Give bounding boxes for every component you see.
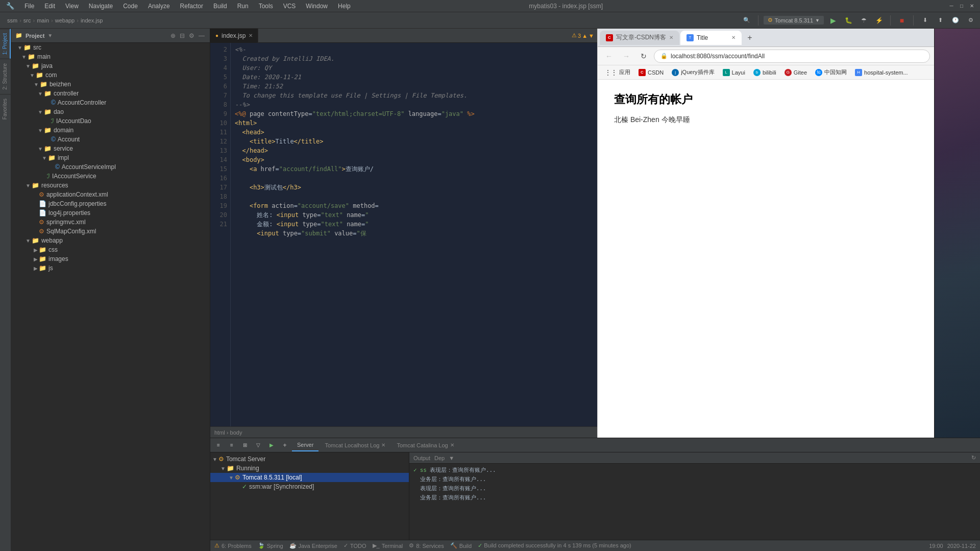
vert-tab-favorites[interactable]: Favorites <box>0 94 11 124</box>
tree-item-jdbc[interactable]: ▶ 📄 jdbcConfig.properties <box>11 199 210 208</box>
services-collapse[interactable]: ≡ <box>226 439 238 451</box>
browser-tab1-close[interactable]: ✕ <box>669 35 673 40</box>
services-tree-tomcat-server[interactable]: ▼ ⚙ Tomcat Server <box>210 454 409 464</box>
address-bar[interactable]: 🔒 localhost:8080/ssm/account/findAll <box>654 50 930 63</box>
minimize-button[interactable]: ─ <box>947 2 955 10</box>
editor-content[interactable]: 23456789101112131415161718192021 <%- Cre… <box>210 43 597 426</box>
settings-btn[interactable]: ⚙ <box>965 14 977 27</box>
services-group[interactable]: ⊞ <box>239 439 251 451</box>
menu-edit[interactable]: Edit <box>42 2 57 11</box>
tree-item-js[interactable]: ▶ 📁 js <box>11 263 210 273</box>
breadcrumb-file[interactable]: index.jsp <box>81 17 103 23</box>
services-tree-running[interactable]: ▼ 📁 Running <box>210 464 409 473</box>
services-add[interactable]: + <box>279 439 291 451</box>
tree-item-images[interactable]: ▶ 📁 images <box>11 254 210 263</box>
maximize-button[interactable]: □ <box>958 2 966 10</box>
localhost-tab-close[interactable]: ✕ <box>381 442 385 448</box>
tomcat-config-btn[interactable]: ⚙ Tomcat 8.5.311 ▼ <box>764 16 824 25</box>
chevron-down-icon[interactable]: ▼ <box>589 33 594 39</box>
bookmark-bilibili[interactable]: b bilibili <box>750 68 779 77</box>
build-btn[interactable]: 🔨 Build <box>450 542 472 549</box>
tree-item-webapp[interactable]: ▼ 📁 webapp <box>11 236 210 245</box>
tree-item-springmvc[interactable]: ▶ ⚙ springmvc.xml <box>11 218 210 227</box>
bookmark-apps[interactable]: ⋮⋮ 应用 <box>602 67 633 77</box>
new-tab-button[interactable]: + <box>743 31 757 45</box>
sidebar-hide-btn[interactable]: — <box>198 31 206 40</box>
services-tree-tomcat-instance[interactable]: ▼ ⚙ Tomcat 8.5.311 [local] <box>210 473 409 482</box>
code-editor[interactable]: <%- Created by IntelliJ IDEA. User: QY D… <box>231 43 597 426</box>
bookmark-layui[interactable]: L Layui <box>720 68 748 77</box>
services-scroll-up[interactable]: ≡ <box>212 439 225 451</box>
tree-item-account[interactable]: ▶ © Account <box>11 135 210 144</box>
catalina-tab-close[interactable]: ✕ <box>450 442 454 448</box>
profiler-button[interactable]: ⚡ <box>873 14 885 27</box>
tree-item-com[interactable]: ▼ 📁 com <box>11 70 210 80</box>
forward-button[interactable]: → <box>619 49 633 63</box>
services-filter[interactable]: ▽ <box>252 439 264 451</box>
refresh-log-btn[interactable]: ↻ <box>971 454 976 461</box>
vcs-commit-btn[interactable]: ⬆ <box>934 14 946 27</box>
menu-analyze[interactable]: Analyze <box>146 2 172 11</box>
tree-item-accountcontroller[interactable]: ▶ © AccountController <box>11 98 210 107</box>
bookmark-gitee[interactable]: G Gitee <box>781 68 810 77</box>
browser-tab-csdn[interactable]: C 写文章-CSDN博客 ✕ <box>600 31 679 45</box>
menu-window[interactable]: Window <box>304 2 330 11</box>
locate-btn[interactable]: ⊕ <box>169 31 177 40</box>
tree-item-beizhen[interactable]: ▼ 📁 beizhen <box>11 80 210 89</box>
menu-run[interactable]: Run <box>235 2 251 11</box>
bookmark-zhihu[interactable]: 知 中国知网 <box>812 67 850 77</box>
vert-tab-structure[interactable]: 2: Structure <box>0 59 11 94</box>
tree-item-iaccountdao[interactable]: ▶ ℐ IAccountDao <box>11 116 210 126</box>
search-everything-btn[interactable]: 🔍 <box>741 14 753 27</box>
services-btn[interactable]: ⚙ 8: Services <box>409 542 444 549</box>
breadcrumb-webapp[interactable]: webapp <box>55 17 75 23</box>
tree-item-sqlmap[interactable]: ▶ ⚙ SqlMapConfig.xml <box>11 227 210 236</box>
tree-item-css[interactable]: ▶ 📁 css <box>11 245 210 254</box>
debug-button[interactable]: 🐛 <box>842 14 854 27</box>
tree-item-appcontext[interactable]: ▶ ⚙ applicationContext.xml <box>11 190 210 199</box>
menu-code[interactable]: Code <box>121 2 140 11</box>
bookmark-csdn[interactable]: C CSDN <box>635 68 667 77</box>
coverage-button[interactable]: ☂ <box>857 14 870 27</box>
tab-close-btn[interactable]: ✕ <box>249 33 253 38</box>
tree-item-java[interactable]: ▼ 📁 java <box>11 61 210 70</box>
tree-item-main[interactable]: ▼ 📁 main <box>11 52 210 61</box>
menu-navigate[interactable]: Navigate <box>87 2 115 11</box>
services-tab-localhost[interactable]: Tomcat Localhost Log ✕ <box>320 439 390 451</box>
problems-btn[interactable]: ⚠ 6: Problems <box>214 542 252 549</box>
breadcrumb-main[interactable]: main <box>37 17 49 23</box>
collapse-all-btn[interactable]: ⊟ <box>179 31 186 40</box>
stop-button[interactable]: ■ <box>896 14 908 27</box>
services-tree-ssm-war[interactable]: ▶ ✓ ssm:war [Synchronized] <box>210 482 409 491</box>
sidebar-settings-btn[interactable]: ⚙ <box>188 31 195 40</box>
breadcrumb-src[interactable]: src <box>23 17 31 23</box>
run-button[interactable]: ▶ <box>827 14 839 27</box>
back-button[interactable]: ← <box>602 49 616 63</box>
menu-vcs[interactable]: VCS <box>281 2 298 11</box>
dep-dropdown[interactable]: Dep ▼ <box>434 455 454 461</box>
tree-item-resources[interactable]: ▼ 📁 resources <box>11 181 210 190</box>
java-enterprise-btn[interactable]: ☕ Java Enterprise <box>289 542 337 549</box>
menu-refactor[interactable]: Refactor <box>178 2 205 11</box>
tree-item-service[interactable]: ▼ 📁 service <box>11 144 210 153</box>
tree-item-iaccountservice[interactable]: ▶ ℐ IAccountService <box>11 172 210 181</box>
tree-item-controller[interactable]: ▼ 📁 controller <box>11 89 210 98</box>
chevron-up[interactable]: ▲ <box>582 33 587 39</box>
tree-item-accountserviceimpl[interactable]: ▶ © AccountServiceImpl <box>11 162 210 172</box>
menu-build[interactable]: Build <box>211 2 229 11</box>
tree-item-domain[interactable]: ▼ 📁 domain <box>11 126 210 135</box>
browser-tab2-close[interactable]: ✕ <box>731 35 736 40</box>
vert-tab-project[interactable]: 1: Project <box>0 29 11 59</box>
tree-item-log4j[interactable]: ▶ 📄 log4j.properties <box>11 208 210 218</box>
services-run[interactable]: ▶ <box>265 439 278 451</box>
tree-item-src[interactable]: ▼ 📁 src <box>11 43 210 52</box>
bookmark-jquery[interactable]: j jQuery插件库 <box>669 67 717 77</box>
close-button[interactable]: ✕ <box>968 2 976 10</box>
vcs-history-btn[interactable]: 🕐 <box>949 14 962 27</box>
tree-item-impl[interactable]: ▼ 📁 impl <box>11 153 210 162</box>
todo-btn[interactable]: ✓ TODO <box>344 542 366 549</box>
menu-tools[interactable]: Tools <box>257 2 275 11</box>
services-tab-catalina[interactable]: Tomcat Catalina Log ✕ <box>391 439 459 451</box>
menu-file[interactable]: File <box>22 2 36 11</box>
spring-btn[interactable]: 🍃 Spring <box>258 542 283 549</box>
